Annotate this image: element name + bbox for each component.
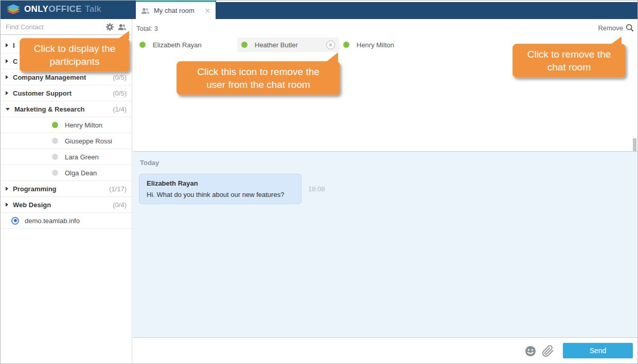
group-count: (0/4) <box>113 201 127 209</box>
presence-online-icon <box>139 42 146 48</box>
contact-name: Giuseppe Rossi <box>65 137 112 145</box>
participants-total: Total: 3 <box>136 25 158 32</box>
find-contact-input[interactable] <box>1 19 93 34</box>
contact-name: Henry Milton <box>65 121 102 129</box>
chat-message-bubble: Elizabeth Rayan Hi. What do you think ab… <box>139 174 302 204</box>
tooltip-pointer <box>326 52 338 62</box>
onlyoffice-logo-icon <box>6 3 21 16</box>
message-author: Elizabeth Rayan <box>147 179 294 187</box>
sidebar-group-marketing-research[interactable]: Marketing & Research (1/4) <box>1 101 132 117</box>
remove-user-icon[interactable]: ✕ <box>326 41 335 49</box>
sidebar-contact-giuseppe-rossi[interactable]: Giuseppe Rossi <box>1 133 132 149</box>
brand-title: ONLYOFFICETalk <box>24 4 101 14</box>
brand-office: OFFICE <box>48 4 82 14</box>
tooltip-pointer <box>118 31 129 39</box>
tab-close-icon[interactable]: ✕ <box>204 7 210 14</box>
participant-name: Elizabeth Rayan <box>153 41 233 49</box>
participant-heather-butler[interactable]: Heather Butler ✕ <box>237 38 339 52</box>
group-count: (0/5) <box>113 89 127 97</box>
chevron-right-icon <box>6 91 8 95</box>
tooltip-text: Click to remove the <box>518 48 620 61</box>
chevron-right-icon <box>6 187 8 191</box>
composer-bar: Send <box>133 337 637 363</box>
group-count: (0/5) <box>113 74 127 81</box>
presence-offline-icon <box>52 138 58 144</box>
sidebar-contact-lara-green[interactable]: Lara Green <box>1 149 132 165</box>
brand-talk: Talk <box>85 4 101 14</box>
group-label: Customer Support <box>13 89 72 97</box>
chat-messages-panel: Today Elizabeth Rayan Hi. What do you th… <box>133 151 637 338</box>
attach-paperclip-icon[interactable] <box>542 345 554 357</box>
brand-only: ONLY <box>24 4 48 14</box>
group-label: Programming <box>13 185 57 193</box>
tab-my-chat-room[interactable]: My chat room ✕ <box>136 1 216 19</box>
message-input[interactable] <box>137 341 509 360</box>
app-header: ONLYOFFICETalk <box>1 1 637 19</box>
chevron-right-icon <box>6 43 8 47</box>
sidebar-group-programming[interactable]: Programming (1/17) <box>1 181 132 197</box>
participant-henry-milton[interactable]: Henry Milton <box>339 38 441 52</box>
participant-elizabeth-rayan[interactable]: Elizabeth Rayan <box>135 38 237 52</box>
group-label: Marketing & Research <box>14 105 85 113</box>
presence-online-icon <box>343 42 349 48</box>
contact-name: Lara Green <box>65 153 99 161</box>
tooltip-remove-user: Click this icon to remove the user from … <box>176 61 340 95</box>
group-label: C <box>13 58 17 65</box>
contact-name: Olga Dean <box>65 169 97 177</box>
tooltip-text: participants <box>25 55 124 68</box>
tooltip-text: Click to display the <box>25 42 124 55</box>
tabstrip-top-gap <box>216 1 637 2</box>
presence-online-icon <box>52 122 58 128</box>
emoji-smiley-icon[interactable] <box>525 345 536 357</box>
remove-room-button[interactable]: Remove <box>598 24 623 32</box>
sidebar-room-demo-teamlab[interactable]: demo.teamlab.info <box>1 213 132 229</box>
tooltip-text: user from the chat room <box>182 78 334 91</box>
participants-row: Elizabeth Rayan Heather Butler ✕ Henry M… <box>135 38 441 52</box>
participants-scrollbar-thumb[interactable] <box>633 138 636 151</box>
presence-offline-icon <box>52 154 58 160</box>
group-count: (1/4) <box>113 105 127 113</box>
group-label: I <box>13 42 15 49</box>
search-icon[interactable] <box>626 24 634 32</box>
tab-label: My chat room <box>154 7 204 14</box>
presence-offline-icon <box>52 170 58 176</box>
room-name: demo.teamlab.info <box>25 217 80 225</box>
sidebar-group-customer-support[interactable]: Customer Support (0/5) <box>1 85 132 101</box>
participant-name: Henry Milton <box>357 41 437 49</box>
presence-online-icon <box>241 42 247 48</box>
send-button[interactable]: Send <box>563 343 633 358</box>
contact-search-row <box>1 19 132 35</box>
tooltip-text: chat room <box>518 61 620 74</box>
chat-room-people-icon <box>141 7 150 14</box>
sidebar-contact-henry-milton[interactable]: Henry Milton <box>1 117 132 133</box>
tooltip-display-participants: Click to display the participants <box>20 38 130 72</box>
group-label: Web Design <box>13 201 51 209</box>
sidebar-group-web-design[interactable]: Web Design (0/4) <box>1 197 132 213</box>
chevron-right-icon <box>6 59 8 63</box>
message-timestamp: 18:08 <box>308 185 325 193</box>
settings-gear-icon[interactable] <box>105 23 114 31</box>
group-label: Company Management <box>13 74 86 81</box>
day-divider: Today <box>140 159 159 167</box>
chevron-right-icon <box>6 75 8 79</box>
chevron-right-icon <box>6 203 8 207</box>
show-participants-icon[interactable] <box>118 23 127 31</box>
chevron-down-icon <box>6 108 10 111</box>
participant-name: Heather Butler <box>255 41 326 49</box>
active-room-icon <box>11 217 19 225</box>
message-text: Hi. What do you think about our new feat… <box>147 191 294 198</box>
tooltip-remove-room: Click to remove the chat room <box>512 44 626 78</box>
tooltip-pointer <box>610 37 622 45</box>
tooltip-text: Click this icon to remove the <box>182 65 334 78</box>
sidebar-contact-olga-dean[interactable]: Olga Dean <box>1 165 132 181</box>
group-count: (1/17) <box>109 185 127 193</box>
app-window: ONLYOFFICETalk My chat room ✕ <box>0 0 638 364</box>
